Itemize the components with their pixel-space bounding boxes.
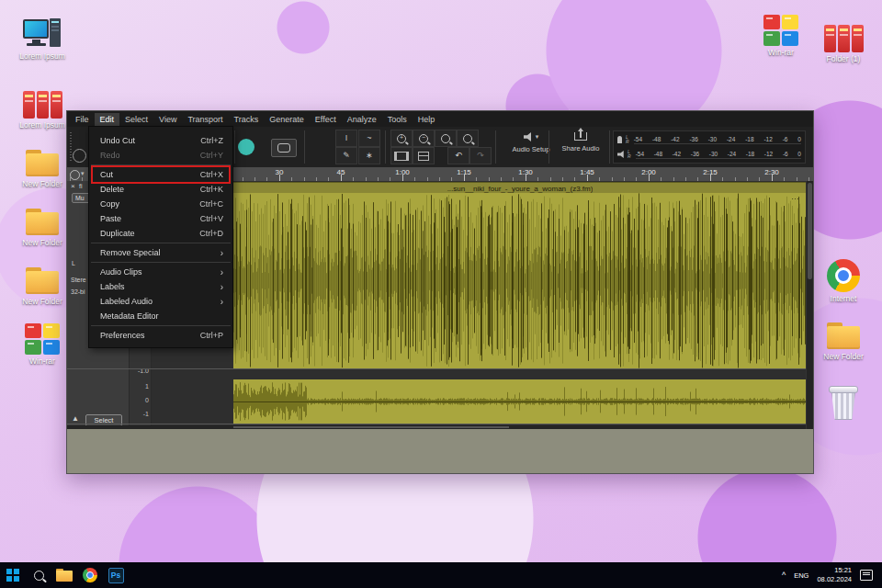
taskbar-chrome-button[interactable] (77, 562, 103, 588)
menu-item-audio-clips[interactable]: Audio Clips › (89, 265, 232, 279)
taskbar-explorer-button[interactable] (51, 562, 77, 588)
meter-toolbar[interactable]: LR -54-48-42-36-30-24-18-12-60 LR -54-48… (613, 130, 806, 164)
menu-item-shortcut: Ctrl+P (200, 331, 223, 340)
taskbar-clock[interactable]: 15:21 08.02.2024 (817, 566, 852, 584)
menu-effect[interactable]: Effect (310, 113, 342, 126)
share-audio-label: Share Audio (562, 144, 600, 153)
menu-item-paste[interactable]: Paste Ctrl+V (89, 211, 232, 226)
menu-edit[interactable]: Edit (95, 113, 120, 126)
menu-item-cut[interactable]: Cut Ctrl+X (89, 167, 232, 182)
desktop-icon-computer[interactable]: Lorem Ipsum (13, 18, 72, 62)
notification-icon[interactable] (860, 570, 873, 581)
system-tray: ^ ENG 15:21 08.02.2024 (782, 566, 882, 584)
track-name[interactable]: fi (79, 183, 83, 189)
menu-tools[interactable]: Tools (382, 113, 413, 126)
meter-scale-value: -54 (636, 151, 644, 157)
zoom-in-icon: + (397, 134, 406, 143)
submenu-arrow-icon: › (220, 267, 223, 277)
toolbar-grip[interactable] (70, 132, 72, 162)
loop-button[interactable] (271, 139, 297, 157)
multi-tool-button[interactable]: ∗ (358, 147, 380, 164)
menu-item-undo-cut[interactable]: Undo Cut Ctrl+Z (89, 133, 232, 148)
language-indicator[interactable]: ENG (794, 571, 808, 580)
menu-item-label: Copy (100, 199, 119, 209)
track1-waveform[interactable] (233, 193, 807, 368)
menu-view[interactable]: View (153, 113, 182, 126)
desktop-icon-new-folder-2[interactable]: New Folder (13, 208, 72, 248)
menu-file[interactable]: File (70, 113, 95, 126)
desktop-icon-folder-1[interactable]: Folder (1) (814, 22, 873, 64)
track2-waveform[interactable] (233, 379, 807, 424)
tray-chevron-icon[interactable]: ^ (782, 571, 786, 580)
start-button[interactable] (0, 562, 26, 588)
menu-item-duplicate[interactable]: Duplicate Ctrl+D (89, 226, 232, 241)
draw-tool-icon: ✎ (343, 149, 350, 163)
menu-item-remove-special[interactable]: Remove Special › (89, 245, 232, 260)
desktop-icon-label: New Folder (22, 180, 62, 189)
envelope-tool-button[interactable]: ~ (358, 130, 380, 147)
workspace-empty-area (67, 429, 813, 473)
transport-toolbar-fragment[interactable] (73, 149, 86, 163)
microphone-icon (617, 136, 622, 143)
audacity-window: File Edit Select View Transport Tracks G… (66, 110, 814, 474)
collapse-track-icon[interactable]: ▲ (72, 414, 79, 423)
undo-button[interactable]: ↶ (447, 147, 469, 164)
scale-value: 1 (130, 383, 149, 390)
menu-item-preferences[interactable]: Preferences Ctrl+P (89, 328, 232, 343)
playback-meter[interactable]: LR -54-48-42-36-30-24-18-12-60 (617, 147, 801, 162)
redo-button[interactable]: ↷ (469, 147, 492, 164)
timeline-label: 1:45 (580, 168, 594, 176)
desktop-icon-red-folders[interactable]: Lorem Ipsum (13, 88, 72, 130)
menu-item-delete[interactable]: Delete Ctrl+K (89, 182, 232, 197)
desktop-icon-label: New Folder (22, 298, 62, 307)
selection-tool-button[interactable]: I (335, 130, 357, 147)
menu-help[interactable]: Help (413, 113, 441, 126)
silence-audio-button[interactable] (413, 147, 435, 164)
menu-item-label: Labeled Audio (100, 297, 153, 306)
menu-item-copy[interactable]: Copy Ctrl+C (89, 197, 232, 211)
zoom-out-button[interactable]: − (413, 130, 435, 147)
clip-menu-icon[interactable]: … (791, 192, 800, 201)
taskbar-photoshop-button[interactable]: Ps (103, 562, 129, 588)
track-format-stereo: Stere (71, 277, 86, 283)
desktop-icon-recycle-bin[interactable] (814, 386, 873, 421)
draw-tool-button[interactable]: ✎ (335, 147, 357, 164)
track-close-icon[interactable]: × (71, 182, 75, 190)
desktop-icon-winrar-right[interactable]: Win-rar (752, 15, 810, 58)
meter-scale-value: -18 (746, 151, 754, 157)
menu-generate[interactable]: Generate (264, 113, 310, 126)
meter-channel-labels: LR (628, 150, 631, 160)
desktop-icon-winrar-left[interactable]: Win-rar (13, 323, 72, 367)
zoom-selection-button[interactable] (435, 130, 457, 147)
desktop-icon-new-folder-1[interactable]: New Folder (13, 149, 72, 189)
trim-audio-button[interactable] (390, 147, 413, 164)
menu-analyze[interactable]: Analyze (342, 113, 382, 126)
timeline-options-icon[interactable] (70, 170, 80, 180)
desktop-icon-new-folder-3[interactable]: New Folder (13, 266, 72, 307)
recording-meter[interactable]: LR -54-48-42-36-30-24-18-12-60 (617, 132, 801, 147)
menu-item-label: Duplicate (100, 229, 135, 238)
desktop-icon-new-folder-right[interactable]: New Folder (814, 322, 873, 362)
menu-item-shortcut: Ctrl+V (200, 214, 223, 223)
zoom-in-button[interactable]: + (390, 130, 413, 147)
vertical-scrollbar-thumb[interactable] (808, 183, 812, 279)
menu-item-labeled-audio[interactable]: Labeled Audio › (89, 294, 232, 309)
menu-item-shortcut: Ctrl+Y (200, 151, 223, 160)
menu-tracks[interactable]: Tracks (229, 113, 265, 126)
taskbar-search-button[interactable] (26, 562, 51, 588)
menu-item-metadata-editor[interactable]: Metadata Editor (89, 309, 232, 323)
meter-scale-value: -42 (673, 151, 681, 157)
desktop-icon-internet[interactable]: Internet (814, 259, 873, 304)
toolbar-separator (385, 130, 386, 164)
record-button[interactable] (238, 139, 254, 155)
zoom-toggle-button[interactable] (457, 130, 479, 147)
vertical-scrollbar[interactable] (806, 181, 813, 429)
menu-transport[interactable]: Transport (182, 113, 228, 126)
redo-icon: ↷ (477, 149, 484, 163)
menu-item-shortcut: Ctrl+K (200, 185, 223, 194)
horizontal-scrollbar-thumb[interactable] (233, 426, 509, 428)
share-audio-button[interactable]: Share Audio (552, 127, 609, 153)
menu-select[interactable]: Select (119, 113, 153, 126)
menu-item-redo[interactable]: Redo Ctrl+Y (89, 148, 232, 163)
menu-item-labels[interactable]: Labels › (89, 279, 232, 294)
